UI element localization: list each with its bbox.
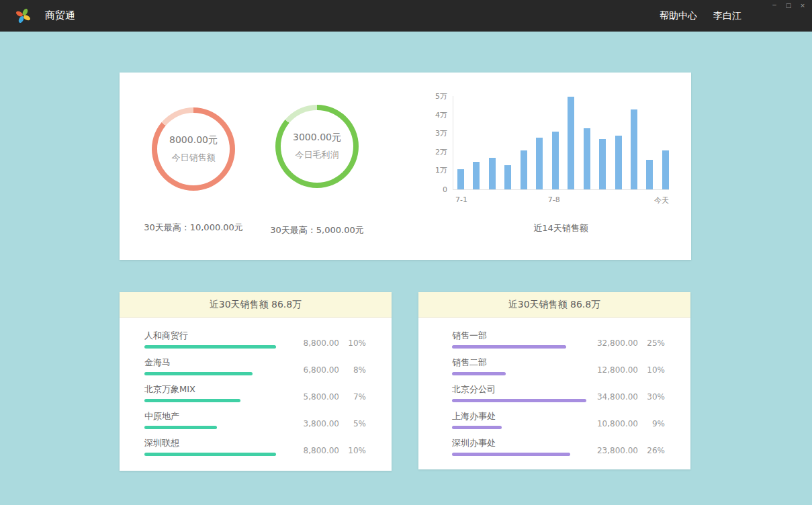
item-percent: 10% [346, 446, 366, 455]
minimize-icon[interactable]: ─ [770, 2, 778, 9]
departments-list: 销售一部32,800.0025%销售二部12,800.0010%北京分公司34,… [418, 318, 690, 456]
item-progress-bar [452, 372, 506, 375]
item-percent: 9% [645, 419, 665, 428]
item-name: 金海马 [144, 357, 279, 368]
item-amount: 5,800.00 [304, 392, 339, 402]
bar [584, 128, 590, 189]
item-name: 深圳办事处 [452, 437, 578, 449]
item-progress-bar [144, 345, 276, 349]
app-title: 商贸通 [45, 0, 75, 32]
item-progress-bar [452, 345, 566, 349]
y-tick: 3万 [435, 128, 447, 138]
pinwheel-logo-icon [15, 7, 32, 24]
item-progress-bar [144, 372, 253, 375]
y-tick: 5万 [435, 91, 447, 101]
topbar: ─ □ × 商贸通 帮助中心 李白江 [0, 0, 812, 32]
today-sales-ring: 8000.00元 今日销售额 [152, 107, 235, 191]
x-tick-last: 今天 [654, 195, 669, 205]
customers-card: 近30天销售额 86.8万 人和商贸行8,800.0010%金海马6,800.0… [120, 292, 392, 471]
maximize-icon[interactable]: □ [784, 2, 793, 9]
bar [599, 139, 606, 189]
username-menu[interactable]: 李白江 [713, 10, 741, 22]
item-name: 深圳联想 [144, 437, 279, 449]
bar [521, 150, 527, 189]
bar [504, 165, 511, 189]
list-item: 北京分公司34,800.0030% [452, 383, 665, 402]
list-item: 深圳办事处23,800.0026% [452, 437, 665, 456]
bar [473, 162, 480, 189]
x-tick-first: 7-1 [455, 195, 467, 204]
today-profit-value: 3000.00元 [293, 132, 341, 144]
bar [536, 138, 543, 189]
bar [568, 97, 574, 189]
today-profit-footnote: 30天最高：5,000.00元 [243, 224, 391, 236]
today-sales-value: 8000.00元 [169, 134, 218, 146]
item-progress-bar [452, 453, 570, 456]
today-profit-ring: 3000.00元 今日毛利润 [275, 105, 359, 188]
item-name: 中原地产 [144, 410, 279, 422]
item-amount: 8,800.00 [304, 338, 339, 348]
x-axis: 7-1 7-8 今天 [453, 195, 669, 206]
item-amount: 12,800.00 [597, 365, 638, 375]
item-percent: 26% [645, 446, 665, 455]
item-percent: 5% [346, 419, 366, 428]
item-progress-bar [452, 426, 502, 429]
list-item: 北京万象MIX5,800.007% [144, 383, 366, 402]
item-name: 销售一部 [452, 330, 578, 341]
item-percent: 10% [645, 365, 665, 375]
today-profit-ring-center: 3000.00元 今日毛利润 [281, 110, 353, 183]
chart-caption: 近14天销售额 [453, 222, 669, 234]
departments-card: 近30天销售额 86.8万 销售一部32,800.0025%销售二部12,800… [418, 292, 690, 469]
item-amount: 8,800.00 [304, 446, 339, 455]
bar [615, 136, 622, 189]
close-icon[interactable]: × [799, 2, 807, 9]
list-item: 金海马6,800.008% [144, 357, 366, 375]
item-name: 人和商贸行 [144, 330, 279, 341]
item-name: 上海办事处 [452, 410, 578, 422]
bar [662, 150, 669, 189]
item-amount: 6,800.00 [304, 365, 339, 375]
customers-list: 人和商贸行8,800.0010%金海马6,800.008%北京万象MIX5,80… [120, 318, 392, 456]
item-percent: 8% [346, 365, 366, 375]
item-amount: 23,800.00 [597, 446, 638, 455]
help-center-link[interactable]: 帮助中心 [660, 10, 697, 22]
item-name: 北京万象MIX [144, 383, 279, 395]
item-progress-bar [452, 399, 586, 402]
list-item: 上海办事处10,800.009% [452, 410, 665, 429]
plot-area [453, 96, 669, 190]
item-progress-bar [144, 426, 217, 429]
bar [457, 169, 464, 189]
item-amount: 3,800.00 [304, 419, 339, 428]
departments-card-title: 近30天销售额 86.8万 [418, 292, 690, 318]
item-amount: 32,800.00 [597, 338, 638, 348]
y-axis: 5万4万3万2万1万0 [427, 96, 447, 190]
y-tick: 0 [443, 185, 447, 194]
list-item: 人和商贸行8,800.0010% [144, 330, 366, 349]
bar [631, 109, 637, 189]
window-controls: ─ □ × [770, 2, 807, 9]
overview-card: 8000.00元 今日销售额 30天最高：10,000.00元 3000.00元… [120, 73, 691, 260]
list-item: 中原地产3,800.005% [144, 410, 366, 429]
today-profit-label: 今日毛利润 [296, 149, 339, 161]
today-sales-ring-center: 8000.00元 今日销售额 [157, 113, 230, 185]
item-percent: 30% [645, 392, 665, 402]
y-tick: 4万 [435, 110, 447, 120]
item-amount: 10,800.00 [597, 419, 638, 428]
list-item: 销售二部12,800.0010% [452, 357, 665, 375]
x-tick-mid: 7-8 [548, 195, 560, 204]
today-sales-label: 今日销售额 [172, 152, 216, 164]
bar [646, 160, 653, 189]
item-percent: 10% [346, 338, 366, 348]
bar [489, 158, 496, 189]
item-amount: 34,800.00 [597, 392, 638, 402]
item-name: 销售二部 [452, 357, 578, 368]
item-progress-bar [144, 399, 240, 402]
y-tick: 1万 [435, 165, 447, 175]
item-progress-bar [144, 453, 276, 456]
list-item: 深圳联想8,800.0010% [144, 437, 366, 456]
customers-card-title: 近30天销售额 86.8万 [120, 292, 392, 318]
y-tick: 2万 [435, 147, 447, 157]
item-name: 北京分公司 [452, 383, 586, 395]
list-item: 销售一部32,800.0025% [452, 330, 665, 349]
bar [552, 132, 559, 189]
